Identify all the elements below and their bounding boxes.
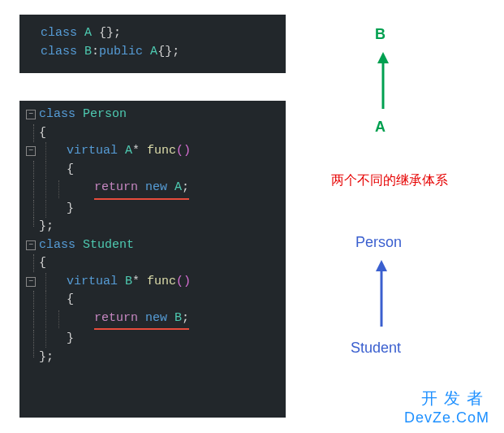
svg-marker-1 [377,52,389,63]
classname-B: B [84,43,92,62]
keyword-class: class [41,24,77,43]
arrow-up-icon [375,52,391,109]
arrow-up-icon [373,260,390,327]
code-line: { [23,291,282,310]
label-A: A [375,119,386,136]
return-expr-B: return new B; [94,310,189,331]
base-A: A [150,43,157,62]
code-line: class A {}; [26,24,279,43]
code-line: return new B; [23,310,282,331]
code-block-2: − class Person { − virtual A* func() { r… [19,101,286,418]
code-line: − class Person [23,106,282,124]
return-expr-A: return new A; [94,179,189,200]
code-line: class B:public A{}; [26,43,279,62]
code-line: } [23,330,282,349]
minus-icon: − [26,240,36,250]
watermark: 开发者 DevZe.CoM [404,388,489,427]
fold-toggle[interactable]: − [23,240,39,250]
code-line: return new A; [23,179,282,200]
keyword-class: class [41,43,77,62]
fold-toggle[interactable]: − [23,277,39,287]
code-line: − class Student [23,236,282,255]
fold-toggle[interactable]: − [23,110,39,119]
code-line: }; [23,218,282,236]
label-B: B [375,26,386,43]
code-line: } [23,200,282,219]
code-line: { [23,254,282,273]
watermark-en: DevZe.CoM [404,409,489,427]
code-line: { [23,124,282,143]
fold-toggle[interactable]: − [23,146,39,156]
minus-icon: − [26,277,36,287]
label-Person: Person [355,234,402,251]
classname-A: A [84,24,92,43]
code-line: − virtual A* func() [23,142,282,161]
note-text: 两个不同的继承体系 [308,172,471,189]
keyword-public: public [99,43,143,62]
code-block-1: class A {}; class B:public A{}; [19,15,286,73]
svg-marker-3 [376,260,387,271]
diagram-panel: B A 两个不同的继承体系 Person Student [308,15,495,421]
minus-icon: − [26,146,36,156]
code-line: }; [23,349,282,367]
minus-icon: − [26,110,36,119]
code-line: − virtual B* func() [23,273,282,292]
watermark-cn: 开发者 [404,388,489,409]
code-line: { [23,161,282,180]
label-Student: Student [351,340,401,357]
